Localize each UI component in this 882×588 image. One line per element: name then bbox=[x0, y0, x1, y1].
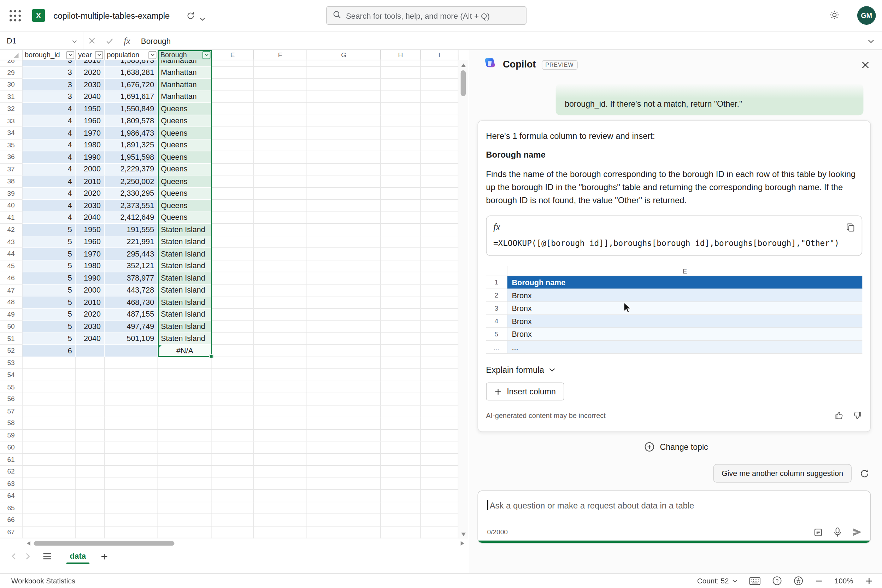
cell-empty[interactable] bbox=[158, 381, 212, 393]
cell-empty[interactable] bbox=[212, 454, 254, 466]
vertical-scrollbar[interactable] bbox=[458, 60, 468, 539]
cell-empty[interactable] bbox=[212, 502, 254, 514]
row-header[interactable]: 45 bbox=[0, 260, 22, 272]
scroll-left-icon[interactable] bbox=[27, 541, 30, 546]
cell-empty[interactable] bbox=[22, 381, 76, 393]
thumbs-down-icon[interactable] bbox=[853, 411, 862, 420]
row-header[interactable]: 53 bbox=[0, 357, 22, 369]
cell-empty[interactable] bbox=[307, 272, 381, 284]
row-header[interactable]: 48 bbox=[0, 297, 22, 309]
cell-empty[interactable] bbox=[22, 502, 76, 514]
cell-empty[interactable] bbox=[307, 357, 381, 369]
cell-empty[interactable] bbox=[254, 417, 307, 429]
cell-empty[interactable] bbox=[381, 381, 421, 393]
cell-empty[interactable] bbox=[254, 442, 307, 454]
row-header[interactable]: 67 bbox=[0, 526, 22, 538]
accessibility-icon[interactable] bbox=[794, 576, 803, 585]
cell-empty[interactable] bbox=[254, 67, 307, 79]
cell-empty[interactable] bbox=[254, 333, 307, 345]
cell-year[interactable]: 1990 bbox=[76, 151, 105, 163]
name-box-chevron-icon[interactable] bbox=[72, 36, 77, 45]
cell-empty[interactable] bbox=[381, 478, 421, 490]
cell-empty[interactable] bbox=[105, 417, 158, 429]
cell-empty[interactable] bbox=[421, 381, 459, 393]
scroll-right-icon[interactable] bbox=[461, 541, 464, 546]
cell-empty[interactable] bbox=[307, 405, 381, 417]
cell-borough[interactable]: Staten Island bbox=[158, 285, 212, 297]
cell-empty[interactable] bbox=[22, 442, 76, 454]
cell-empty[interactable] bbox=[381, 333, 421, 345]
zoom-level[interactable]: 100% bbox=[835, 577, 854, 585]
cell-empty[interactable] bbox=[254, 466, 307, 478]
cell-year[interactable]: 2000 bbox=[76, 163, 105, 175]
cell-borough[interactable]: Queens bbox=[158, 176, 212, 188]
cell-empty[interactable] bbox=[212, 127, 254, 139]
cell-empty[interactable] bbox=[158, 454, 212, 466]
cell-empty[interactable] bbox=[158, 442, 212, 454]
cell-year[interactable]: 2040 bbox=[76, 333, 105, 345]
row-header[interactable]: 34 bbox=[0, 127, 22, 139]
cell-borough[interactable]: Queens bbox=[158, 200, 212, 212]
cell-empty[interactable] bbox=[22, 369, 76, 381]
cell-empty[interactable] bbox=[421, 224, 459, 236]
cell-empty[interactable] bbox=[421, 417, 459, 429]
cell-year[interactable]: 2000 bbox=[76, 285, 105, 297]
cell-empty[interactable] bbox=[76, 405, 105, 417]
cell-empty[interactable] bbox=[254, 176, 307, 188]
cell-population[interactable]: 1,676,720 bbox=[105, 79, 158, 91]
row-header[interactable]: 31 bbox=[0, 91, 22, 103]
cell-year[interactable]: 2040 bbox=[76, 91, 105, 103]
cell-empty[interactable] bbox=[421, 405, 459, 417]
cell-year[interactable]: 1980 bbox=[76, 139, 105, 151]
global-search[interactable] bbox=[326, 6, 526, 25]
cell-empty[interactable] bbox=[307, 115, 381, 127]
cell-empty[interactable] bbox=[212, 333, 254, 345]
cell-empty[interactable] bbox=[421, 333, 459, 345]
cell-empty[interactable] bbox=[381, 272, 421, 284]
cell-empty[interactable] bbox=[105, 466, 158, 478]
cell-empty[interactable] bbox=[76, 393, 105, 405]
send-icon[interactable] bbox=[852, 527, 862, 537]
cell-population[interactable]: 2,412,649 bbox=[105, 212, 158, 224]
cell-empty[interactable] bbox=[212, 163, 254, 175]
cell-empty[interactable] bbox=[254, 139, 307, 151]
cell-empty[interactable] bbox=[421, 357, 459, 369]
cell-empty[interactable] bbox=[76, 417, 105, 429]
cell-empty[interactable] bbox=[105, 526, 158, 538]
cell-empty[interactable] bbox=[307, 309, 381, 321]
cell-empty[interactable] bbox=[212, 91, 254, 103]
cell-borough-id[interactable]: 4 bbox=[22, 139, 76, 151]
cell-empty[interactable] bbox=[307, 526, 381, 538]
cell-empty[interactable] bbox=[254, 526, 307, 538]
cell-population[interactable]: 1,986,473 bbox=[105, 127, 158, 139]
row-header[interactable]: 64 bbox=[0, 490, 22, 502]
prev-sheet-icon[interactable] bbox=[7, 553, 21, 560]
cell-empty[interactable] bbox=[158, 514, 212, 526]
cell-empty[interactable] bbox=[421, 345, 459, 357]
row-header[interactable]: 59 bbox=[0, 429, 22, 441]
cell-empty[interactable] bbox=[381, 357, 421, 369]
cell-empty[interactable] bbox=[381, 393, 421, 405]
cell-empty[interactable] bbox=[212, 405, 254, 417]
cell-borough[interactable]: Queens bbox=[158, 163, 212, 175]
cell-empty[interactable] bbox=[307, 67, 381, 79]
column-header-G[interactable]: G bbox=[307, 50, 381, 60]
zoom-out-icon[interactable] bbox=[815, 577, 823, 585]
cell-empty[interactable] bbox=[76, 526, 105, 538]
cell-empty[interactable] bbox=[212, 212, 254, 224]
cell-empty[interactable] bbox=[421, 502, 459, 514]
cell-borough-id[interactable]: 5 bbox=[22, 297, 76, 309]
cell-empty[interactable] bbox=[212, 526, 254, 538]
cell-empty[interactable] bbox=[307, 248, 381, 260]
cell-empty[interactable] bbox=[212, 79, 254, 91]
cell-empty[interactable] bbox=[381, 248, 421, 260]
cell-empty[interactable] bbox=[254, 478, 307, 490]
cell-empty[interactable] bbox=[254, 79, 307, 91]
row-header[interactable]: 35 bbox=[0, 139, 22, 151]
insert-column-button[interactable]: Insert column bbox=[486, 382, 564, 400]
cell-empty[interactable] bbox=[421, 466, 459, 478]
cell-year[interactable]: 1960 bbox=[76, 236, 105, 248]
insert-function-button[interactable]: fx bbox=[119, 32, 135, 50]
cell-empty[interactable] bbox=[254, 454, 307, 466]
cell-empty[interactable] bbox=[307, 345, 381, 357]
